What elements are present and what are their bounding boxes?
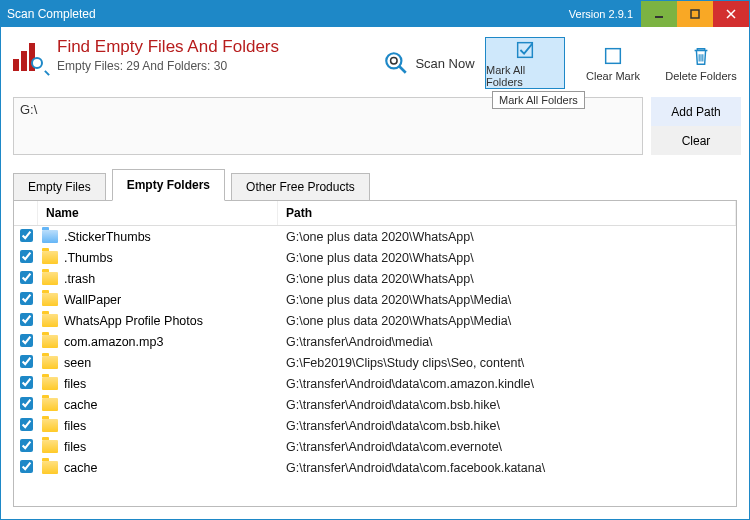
row-checkbox[interactable] xyxy=(20,313,33,326)
folder-icon xyxy=(42,461,58,474)
row-name: .Thumbs xyxy=(64,251,113,265)
svg-point-3 xyxy=(391,58,398,65)
row-name: WallPaper xyxy=(64,293,121,307)
toolbar: Find Empty Files And Folders Empty Files… xyxy=(1,27,749,95)
delete-folders-button[interactable]: Delete Folders xyxy=(661,37,741,89)
close-button[interactable] xyxy=(713,1,749,27)
row-path: G:\transfer\Android\data\com.bsb.hike\ xyxy=(278,398,736,412)
folder-icon xyxy=(42,335,58,348)
scan-stats: Empty Files: 29 And Folders: 30 xyxy=(57,59,279,73)
col-name[interactable]: Name xyxy=(38,201,278,225)
results-list: Name Path .StickerThumbsG:\one plus data… xyxy=(13,200,737,507)
svg-rect-5 xyxy=(606,48,621,63)
row-path: G:\transfer\Android\data\com.facebook.ka… xyxy=(278,461,736,475)
maximize-button[interactable] xyxy=(677,1,713,27)
row-checkbox[interactable] xyxy=(20,376,33,389)
row-checkbox[interactable] xyxy=(20,460,33,473)
table-row[interactable]: filesG:\transfer\Android\data\com.bsb.hi… xyxy=(14,415,736,436)
list-header: Name Path xyxy=(14,201,736,226)
tab-other-products[interactable]: Other Free Products xyxy=(231,173,370,200)
tabs: Empty Files Empty Folders Other Free Pro… xyxy=(1,161,749,200)
row-checkbox[interactable] xyxy=(20,334,33,347)
row-checkbox[interactable] xyxy=(20,292,33,305)
scan-now-button[interactable]: Scan Now xyxy=(381,37,477,89)
clear-mark-button[interactable]: Clear Mark xyxy=(573,37,653,89)
row-name: seen xyxy=(64,356,91,370)
tab-empty-files[interactable]: Empty Files xyxy=(13,173,106,200)
table-row[interactable]: cacheG:\transfer\Android\data\com.facebo… xyxy=(14,457,736,478)
row-checkbox[interactable] xyxy=(20,397,33,410)
app-header: Find Empty Files And Folders Empty Files… xyxy=(13,37,373,73)
svg-point-2 xyxy=(387,53,402,68)
row-name: com.amazon.mp3 xyxy=(64,335,163,349)
folder-icon xyxy=(42,272,58,285)
folder-icon xyxy=(42,251,58,264)
row-path: G:\one plus data 2020\WhatsApp\Media\ xyxy=(278,293,736,307)
trash-icon xyxy=(690,45,712,67)
mark-all-folders-button[interactable]: Mark All Folders Mark All Folders xyxy=(485,37,565,89)
table-row[interactable]: cacheG:\transfer\Android\data\com.bsb.hi… xyxy=(14,394,736,415)
app-window: Scan Completed Version 2.9.1 Find Empty … xyxy=(0,0,750,520)
table-row[interactable]: filesG:\transfer\Android\data\com.amazon… xyxy=(14,373,736,394)
svg-rect-1 xyxy=(691,10,699,18)
add-path-button[interactable]: Add Path xyxy=(651,97,741,126)
app-logo-icon xyxy=(13,39,47,73)
app-title: Find Empty Files And Folders xyxy=(57,37,279,57)
row-checkbox[interactable] xyxy=(20,229,33,242)
row-path: G:\Feb2019\Clips\Study clips\Seo, conten… xyxy=(278,356,736,370)
folder-icon xyxy=(42,419,58,432)
table-row[interactable]: filesG:\transfer\Android\data\com.everno… xyxy=(14,436,736,457)
table-row[interactable]: .trashG:\one plus data 2020\WhatsApp\ xyxy=(14,268,736,289)
row-path: G:\transfer\Android\data\com.amazon.kind… xyxy=(278,377,736,391)
row-path: G:\one plus data 2020\WhatsApp\ xyxy=(278,251,736,265)
table-row[interactable]: WhatsApp Profile PhotosG:\one plus data … xyxy=(14,310,736,331)
row-path: G:\transfer\Android\data\com.bsb.hike\ xyxy=(278,419,736,433)
row-path: G:\one plus data 2020\WhatsApp\Media\ xyxy=(278,314,736,328)
table-row[interactable]: .ThumbsG:\one plus data 2020\WhatsApp\ xyxy=(14,247,736,268)
row-path: G:\one plus data 2020\WhatsApp\ xyxy=(278,272,736,286)
folder-icon xyxy=(42,398,58,411)
col-path[interactable]: Path xyxy=(278,201,736,225)
row-name: .trash xyxy=(64,272,95,286)
uncheck-icon xyxy=(602,45,624,67)
list-body[interactable]: .StickerThumbsG:\one plus data 2020\What… xyxy=(14,226,736,506)
mark-all-tooltip: Mark All Folders xyxy=(492,91,585,109)
folder-icon xyxy=(42,377,58,390)
svg-rect-0 xyxy=(655,16,663,18)
check-all-icon xyxy=(514,39,536,61)
path-row: G:\ Add Path Clear xyxy=(1,95,749,161)
row-name: WhatsApp Profile Photos xyxy=(64,314,203,328)
table-row[interactable]: .StickerThumbsG:\one plus data 2020\What… xyxy=(14,226,736,247)
folder-icon xyxy=(42,230,58,243)
titlebar: Scan Completed Version 2.9.1 xyxy=(1,1,749,27)
col-checkbox[interactable] xyxy=(14,201,38,225)
version-label: Version 2.9.1 xyxy=(569,8,641,20)
window-title: Scan Completed xyxy=(1,7,96,21)
row-name: files xyxy=(64,419,86,433)
row-checkbox[interactable] xyxy=(20,271,33,284)
row-path: G:\transfer\Android\data\com.evernote\ xyxy=(278,440,736,454)
row-name: cache xyxy=(64,461,97,475)
row-name: cache xyxy=(64,398,97,412)
row-path: G:\one plus data 2020\WhatsApp\ xyxy=(278,230,736,244)
row-checkbox[interactable] xyxy=(20,418,33,431)
table-row[interactable]: seenG:\Feb2019\Clips\Study clips\Seo, co… xyxy=(14,352,736,373)
minimize-button[interactable] xyxy=(641,1,677,27)
row-name: files xyxy=(64,440,86,454)
folder-icon xyxy=(42,356,58,369)
row-name: .StickerThumbs xyxy=(64,230,151,244)
row-path: G:\transfer\Android\media\ xyxy=(278,335,736,349)
row-checkbox[interactable] xyxy=(20,250,33,263)
table-row[interactable]: com.amazon.mp3G:\transfer\Android\media\ xyxy=(14,331,736,352)
row-checkbox[interactable] xyxy=(20,355,33,368)
row-checkbox[interactable] xyxy=(20,439,33,452)
row-name: files xyxy=(64,377,86,391)
tab-empty-folders[interactable]: Empty Folders xyxy=(112,169,225,201)
search-icon xyxy=(383,50,409,76)
clear-path-button[interactable]: Clear xyxy=(651,126,741,155)
folder-icon xyxy=(42,314,58,327)
folder-icon xyxy=(42,440,58,453)
table-row[interactable]: WallPaperG:\one plus data 2020\WhatsApp\… xyxy=(14,289,736,310)
folder-icon xyxy=(42,293,58,306)
